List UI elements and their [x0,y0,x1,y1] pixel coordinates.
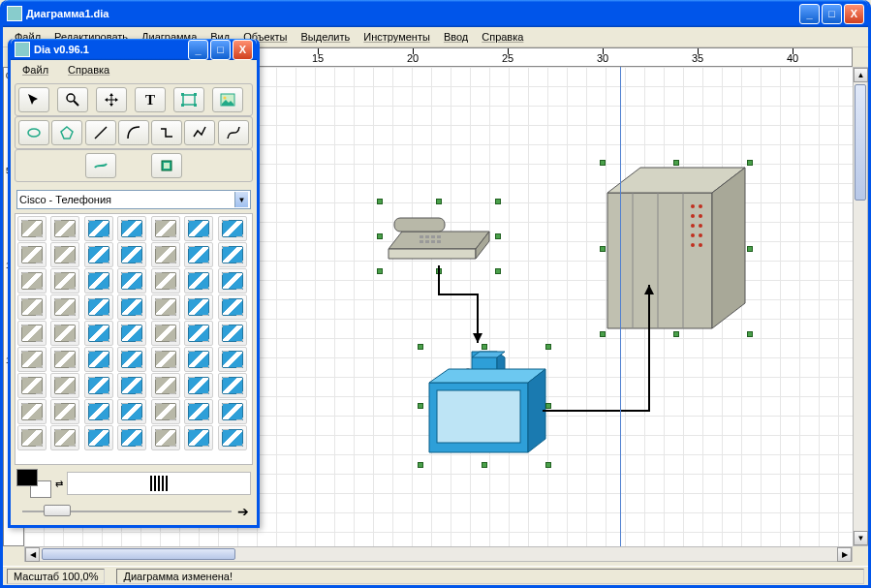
tool-box[interactable] [173,87,204,112]
library-shape[interactable] [117,321,146,346]
library-shape[interactable] [184,347,213,372]
horizontal-scrollbar[interactable]: ◀ ▶ [24,546,853,562]
tool-ellipse[interactable] [18,120,49,145]
tool-line2[interactable] [85,153,116,178]
library-shape[interactable] [50,373,79,398]
scroll-down-button[interactable]: ▼ [854,531,868,545]
library-shape[interactable] [50,347,79,372]
library-shape[interactable] [218,347,247,372]
library-shape[interactable] [218,425,247,450]
tool-scroll[interactable] [96,87,127,112]
connector-phone-tv[interactable] [431,265,489,353]
library-shape[interactable] [50,242,79,267]
chevron-down-icon[interactable]: ▼ [234,192,248,207]
library-shape[interactable] [84,321,113,346]
library-shape[interactable] [184,294,213,320]
tool-text[interactable]: T [135,87,166,112]
main-titlebar[interactable]: Диаграмма1.dia _ □ X [3,0,868,27]
library-shape[interactable] [184,242,213,267]
library-shape[interactable] [17,268,47,294]
toolbox-maximize-button[interactable]: □ [210,40,231,60]
library-shape[interactable] [151,373,180,398]
shape-phone[interactable] [381,202,497,270]
library-shape[interactable] [84,294,113,320]
library-shape[interactable] [50,321,79,346]
line-style-preview[interactable] [67,472,251,495]
library-shape[interactable] [151,425,180,450]
scroll-up-button[interactable]: ▲ [854,68,868,82]
library-shape[interactable] [50,216,79,241]
library-shape[interactable] [50,268,79,294]
line-width-slider[interactable]: ➔ [16,504,251,519]
library-shape[interactable] [218,268,247,294]
menu-help[interactable]: Справка [476,29,529,45]
library-shape[interactable] [17,294,47,320]
library-shape[interactable] [84,268,113,294]
library-shape[interactable] [17,216,47,241]
tool-bezier2[interactable] [151,153,182,178]
library-shape[interactable] [117,347,146,372]
toolbox-minimize-button[interactable]: _ [188,40,208,60]
fg-bg-colors[interactable] [16,469,51,498]
shapes-library[interactable] [15,213,253,465]
tool-polygon[interactable] [51,120,82,145]
library-shape[interactable] [84,347,113,372]
library-shape[interactable] [117,425,146,450]
library-shape[interactable] [117,399,146,424]
library-shape[interactable] [17,425,47,450]
tool-magnify[interactable] [57,87,88,112]
library-shape[interactable] [151,294,180,320]
library-shape[interactable] [84,425,113,450]
toolbox-titlebar[interactable]: Dia v0.96.1 _ □ X [11,39,257,60]
library-shape[interactable] [17,347,47,372]
minimize-button[interactable]: _ [799,4,820,24]
library-shape[interactable] [218,242,247,267]
maximize-button[interactable]: □ [822,4,842,24]
library-shape[interactable] [151,216,180,241]
library-shape[interactable] [151,242,180,267]
library-shape[interactable] [50,294,79,320]
toolbox-close-button[interactable]: X [233,40,253,60]
library-shape[interactable] [218,294,247,320]
library-shape[interactable] [84,373,113,398]
library-shape[interactable] [17,242,47,267]
sheet-selector[interactable]: Cisco - Телефония ▼ [16,190,251,209]
vertical-scrollbar[interactable]: ▲ ▼ [853,67,868,546]
tool-line[interactable] [85,120,116,145]
library-shape[interactable] [17,399,47,424]
menu-tools[interactable]: Инструменты [358,29,436,45]
library-shape[interactable] [50,425,79,450]
connector-tv-pbx[interactable] [543,285,669,420]
library-shape[interactable] [117,373,146,398]
library-shape[interactable] [117,216,146,241]
library-shape[interactable] [218,373,247,398]
library-shape[interactable] [218,321,247,346]
library-shape[interactable] [151,268,180,294]
swap-colors-icon[interactable]: ⇄ [55,479,63,489]
toolbox-menu-file[interactable]: Файл [16,62,54,77]
library-shape[interactable] [50,399,79,424]
library-shape[interactable] [151,347,180,372]
tool-zigzag[interactable] [151,120,182,145]
library-shape[interactable] [184,399,213,424]
library-shape[interactable] [84,399,113,424]
scroll-right-button[interactable]: ▶ [837,547,852,562]
menu-select[interactable]: Выделить [296,29,357,45]
library-shape[interactable] [117,242,146,267]
library-shape[interactable] [84,242,113,267]
tool-arc[interactable] [118,120,149,145]
slider-thumb[interactable] [44,505,71,516]
library-shape[interactable] [17,373,47,398]
foreground-color-swatch[interactable] [16,469,38,486]
toolbox-window[interactable]: Dia v0.96.1 _ □ X Файл Справка T [8,39,260,528]
library-shape[interactable] [184,268,213,294]
library-shape[interactable] [184,425,213,450]
close-button[interactable]: X [844,4,864,24]
library-shape[interactable] [218,399,247,424]
scroll-left-button[interactable]: ◀ [25,547,40,562]
library-shape[interactable] [117,294,146,320]
menu-input[interactable]: Ввод [438,29,474,45]
library-shape[interactable] [151,399,180,424]
library-shape[interactable] [17,321,47,346]
shape-tv[interactable] [421,348,547,464]
